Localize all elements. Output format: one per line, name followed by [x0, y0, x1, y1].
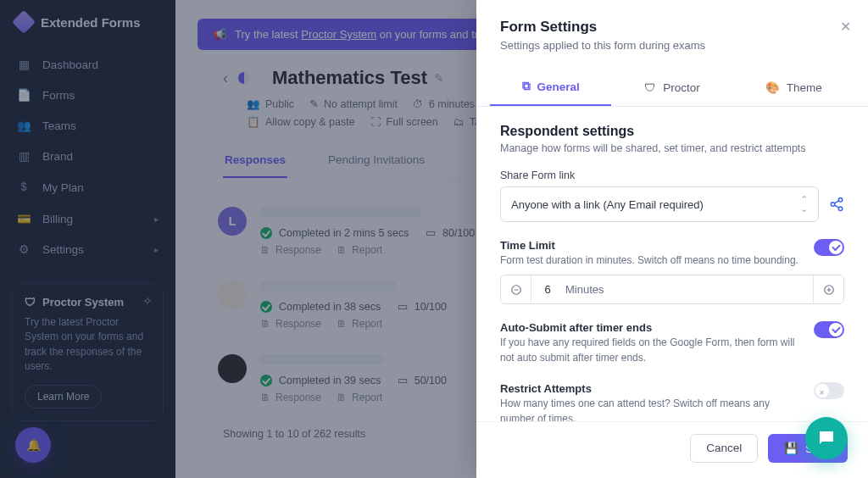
autosubmit-toggle[interactable]: [814, 321, 844, 338]
cancel-button[interactable]: Cancel: [690, 434, 758, 463]
svg-line-3: [834, 201, 838, 203]
shield-icon: 🛡: [644, 81, 656, 94]
svg-point-2: [838, 207, 843, 211]
restrict-desc: How many times one can attend test? Swit…: [500, 397, 802, 421]
form-settings-panel: Form Settings Settings applied to this f…: [476, 0, 868, 478]
increment-button[interactable]: [813, 275, 843, 303]
time-limit-stepper: Minutes: [500, 275, 844, 304]
time-limit-desc: Form test duration in minutes. Switch of…: [500, 253, 802, 268]
panel-title: Form Settings: [500, 19, 844, 36]
section-title: Respondent settings: [500, 124, 844, 139]
svg-point-0: [838, 198, 843, 203]
share-button[interactable]: [829, 197, 844, 212]
save-icon: 💾: [784, 442, 798, 455]
restrict-label: Restrict Attempts: [500, 382, 802, 395]
chat-fab[interactable]: [805, 417, 848, 459]
time-limit-toggle[interactable]: [814, 239, 844, 256]
restrict-toggle[interactable]: [814, 382, 844, 399]
chevron-updown-icon: ⌃⌄: [800, 195, 808, 214]
decrement-button[interactable]: [501, 275, 531, 303]
autosubmit-desc: If you have any required fields on the G…: [500, 336, 802, 365]
tab-general[interactable]: ⧉ General: [490, 69, 611, 106]
time-limit-input[interactable]: [531, 275, 564, 303]
autosubmit-label: Auto-Submit after timer ends: [500, 321, 802, 334]
svg-line-4: [834, 205, 838, 208]
panel-subtitle: Settings applied to this form during exa…: [500, 39, 844, 52]
close-panel-button[interactable]: ✕: [840, 19, 851, 35]
section-subtitle: Manage how forms will be shared, set tim…: [500, 142, 844, 154]
tab-theme[interactable]: 🎨 Theme: [733, 69, 854, 106]
share-label: Share Form link: [500, 170, 844, 181]
time-limit-unit: Minutes: [564, 275, 813, 303]
select-value: Anyone with a link (Any Email required): [511, 198, 704, 211]
code-icon: ⧉: [522, 80, 531, 93]
time-limit-label: Time Limit: [500, 239, 802, 252]
svg-point-1: [831, 203, 835, 207]
share-link-select[interactable]: Anyone with a link (Any Email required) …: [500, 186, 819, 222]
palette-icon: 🎨: [765, 81, 780, 94]
panel-tabs: ⧉ General 🛡 Proctor 🎨 Theme: [476, 69, 868, 107]
tab-proctor[interactable]: 🛡 Proctor: [611, 69, 732, 106]
